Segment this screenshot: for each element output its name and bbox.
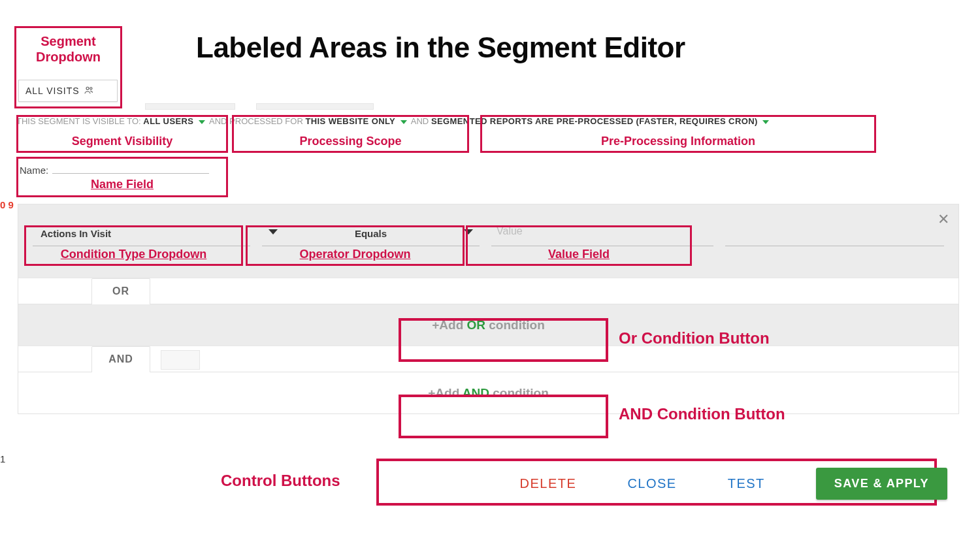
annotation-value-field: Value Field (466, 225, 692, 266)
annotation-processing-scope: Processing Scope (232, 115, 469, 153)
annotation-condition-type: Condition Type Dropdown (24, 225, 243, 266)
clipped-text: 0 9 (0, 199, 14, 210)
tab-ghost (145, 103, 235, 110)
name-label: Name: (20, 165, 48, 176)
annotation-label: Segment Dropdown (16, 33, 120, 65)
or-tab[interactable]: OR (91, 278, 150, 304)
tab-ghost (256, 103, 374, 110)
annotation-operator: Operator Dropdown (246, 225, 465, 266)
annotation-preprocessing-info: Pre-Processing Information (480, 115, 876, 153)
name-row: Name: (20, 159, 209, 176)
users-icon (84, 85, 94, 97)
tab-ghost (161, 350, 200, 370)
annotation-label: Value Field (468, 248, 690, 261)
segment-name-input[interactable] (52, 159, 209, 174)
test-button[interactable]: TEST (728, 476, 765, 491)
annotation-label: Or Condition Button (619, 329, 770, 348)
annotation-label: Processing Scope (234, 135, 467, 148)
annotation-segment-visibility: Segment Visibility (16, 115, 228, 153)
clipped-text: 1 (0, 453, 5, 464)
segment-dropdown-selected: ALL VISITS (25, 86, 80, 96)
annotation-and-button (399, 395, 608, 438)
or-tab-row: OR (18, 278, 958, 304)
segment-dropdown-button[interactable]: ALL VISITS (18, 80, 118, 102)
and-tab[interactable]: AND (91, 346, 150, 372)
annotation-or-button (399, 318, 608, 362)
close-button[interactable]: CLOSE (627, 476, 676, 491)
annotation-label: Control Buttons (221, 472, 340, 490)
annotation-label: Condition Type Dropdown (26, 248, 241, 261)
svg-point-1 (90, 87, 91, 89)
control-button-bar: DELETE CLOSE TEST SAVE & APPLY (520, 468, 947, 500)
value-input-extension[interactable] (725, 220, 944, 246)
svg-point-0 (86, 87, 89, 89)
annotation-label: Operator Dropdown (248, 248, 463, 261)
save-and-apply-button[interactable]: SAVE & APPLY (816, 468, 947, 500)
annotation-label: Segment Visibility (18, 135, 226, 148)
annotation-label: Name Field (18, 178, 226, 191)
annotation-label: AND Condition Button (619, 405, 785, 423)
delete-button[interactable]: DELETE (520, 476, 577, 491)
page-title: Labeled Areas in the Segment Editor (196, 31, 685, 64)
annotation-label: Pre-Processing Information (482, 135, 874, 148)
